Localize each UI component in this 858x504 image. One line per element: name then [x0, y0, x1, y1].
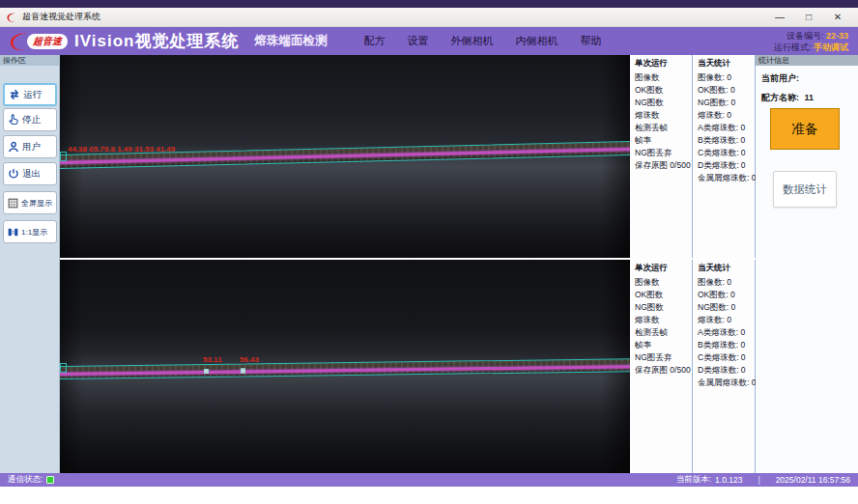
run-mode-value: 手动调试 [814, 42, 848, 52]
device-number-label: 设备编号: [786, 31, 824, 41]
prepare-button[interactable]: 准备 [770, 108, 840, 150]
window-title: 超音速视觉处理系统 [22, 11, 100, 23]
fullscreen-icon [7, 197, 19, 210]
stat-row: 熔珠数 [635, 109, 692, 122]
stat-row: NG图数 [635, 97, 692, 109]
stat-row: 图像数: 0 [698, 71, 755, 84]
brand-name: 超音速 [27, 34, 68, 49]
menu-item-recipe[interactable]: 配方 [363, 34, 385, 48]
main-menu: 配方 设置 外侧相机 内侧相机 帮助 [363, 34, 601, 48]
power-icon [7, 167, 20, 181]
stop-button[interactable]: 停止 [3, 108, 57, 131]
fullscreen-button[interactable]: 全屏显示 [3, 191, 57, 214]
edge-marker [60, 152, 67, 161]
maximize-icon[interactable]: □ [794, 9, 823, 26]
operation-sidebar: 操作区 运行 停止 用户 [0, 55, 60, 473]
close-icon[interactable]: ✕ [823, 9, 852, 26]
status-separator: | [758, 475, 759, 485]
stat-row: 检测丢帧 [635, 122, 692, 134]
stat-row: NG图丢弃 [635, 351, 692, 364]
run-button[interactable]: 运行 [3, 83, 57, 106]
version-label: 当前版本: [676, 474, 711, 486]
menu-item-outer-camera[interactable]: 外侧相机 [450, 34, 493, 48]
one-to-one-icon [7, 226, 19, 238]
stat-row: B类熔珠数: 0 [698, 134, 755, 147]
stat-row: D类熔珠数: 0 [698, 364, 755, 377]
app-header: 超音速 IVision视觉处理系统 熔珠端面检测 配方 设置 外侧相机 内侧相机… [0, 27, 858, 55]
stat-row: 保存原图 0/500 [635, 159, 692, 172]
stat-row: 金属屑熔珠数: 0 [698, 377, 755, 389]
stats-panel-outer: 单次运行 图像数OK图数NG图数熔珠数检测丢帧帧率NG图丢弃保存原图 0/500… [630, 55, 756, 258]
outer-camera-view[interactable]: 44.38 05.79.8 1.49 31.53 41.49 [60, 55, 630, 258]
device-info: 设备编号: 22-33 运行模式: 手动调试 [774, 30, 850, 53]
app-window: 超音速视觉处理系统 — □ ✕ 超音速 IVision视觉处理系统 熔珠端面检测… [0, 0, 858, 504]
info-panel-title: 统计信息 [756, 55, 858, 66]
stat-row: NG图数 [635, 301, 692, 314]
exit-button[interactable]: 退出 [3, 162, 57, 185]
stat-row: 检测丢帧 [635, 326, 692, 339]
single-run-title: 单次运行 [635, 58, 692, 70]
stat-row: 熔珠数: 0 [698, 109, 755, 122]
measurement-annotation: 44.38 05.79.8 1.49 31.53 41.49 [68, 145, 175, 154]
data-statistics-button[interactable]: 数据统计 [773, 171, 837, 208]
user-button-label: 用户 [22, 141, 41, 154]
stop-button-label: 停止 [22, 114, 41, 126]
single-run-column: 单次运行 图像数OK图数NG图数熔珠数检测丢帧帧率NG图丢弃保存原图 0/500 [630, 55, 692, 258]
window-titlebar: 超音速视觉处理系统 — □ ✕ [0, 8, 858, 27]
defect-marker [204, 369, 209, 374]
app-subtitle: 熔珠端面检测 [254, 33, 327, 49]
recipe-name-value: 11 [805, 93, 815, 102]
one-to-one-button[interactable]: 1:1显示 [3, 220, 57, 243]
stat-row: 帧率 [635, 134, 692, 147]
stat-row: 金属屑熔珠数: 0 [698, 172, 755, 184]
datetime-value: 2025/02/11 16:57:56 [776, 475, 850, 485]
current-user-row: 当前用户: [761, 72, 858, 85]
status-bar: 通信状态: 当前版本: 1.0.123 | 2025/02/11 16:57:5… [0, 473, 858, 487]
minimize-icon[interactable]: — [765, 9, 794, 26]
daily-stats-title: 当天统计 [698, 58, 755, 70]
daily-stats-column: 当天统计 图像数: 0OK图数: 0NG图数: 0熔珠数: 0A类熔珠数: 0B… [692, 260, 755, 473]
stat-row: OK图数 [635, 289, 692, 301]
desktop-strip [0, 0, 858, 8]
stat-row: 帧率 [635, 339, 692, 351]
stat-row: 图像数: 0 [698, 276, 755, 289]
stat-row: 图像数 [635, 71, 692, 84]
status-right-group: 当前版本: 1.0.123 | 2025/02/11 16:57:56 [676, 474, 850, 486]
single-run-column: 单次运行 图像数OK图数NG图数熔珠数检测丢帧帧率NG图丢弃保存原图 0/500 [630, 260, 692, 473]
menu-item-inner-camera[interactable]: 内侧相机 [515, 34, 558, 48]
stat-row: OK图数 [635, 84, 692, 97]
sync-icon [8, 88, 21, 101]
current-user-label: 当前用户: [761, 73, 799, 83]
daily-stats-column: 当天统计 图像数: 0OK图数: 0NG图数: 0熔珠数: 0A类熔珠数: 0B… [692, 55, 755, 258]
menu-item-help[interactable]: 帮助 [580, 34, 601, 48]
measurement-label: 56.43 [240, 355, 259, 364]
stats-panel-inner: 单次运行 图像数OK图数NG图数熔珠数检测丢帧帧率NG图丢弃保存原图 0/500… [630, 260, 756, 473]
user-button[interactable]: 用户 [3, 135, 57, 158]
edge-marker [60, 363, 67, 373]
stat-row: C类熔珠数: 0 [698, 351, 755, 364]
app-title: IVision视觉处理系统 [74, 30, 239, 52]
inner-camera-view[interactable]: 53.11 56.43 [60, 260, 630, 473]
fullscreen-button-label: 全屏显示 [21, 198, 52, 209]
recipe-name-row: 配方名称: 11 [761, 92, 858, 104]
stat-row: C类熔珠数: 0 [698, 147, 755, 159]
stat-row: A类熔珠数: 0 [698, 122, 755, 134]
run-button-label: 运行 [23, 89, 42, 101]
comm-status-indicator [46, 476, 54, 484]
user-icon [7, 140, 20, 154]
measurement-label: 53.11 [203, 355, 222, 364]
menu-item-settings[interactable]: 设置 [407, 34, 428, 48]
stat-row: NG图数: 0 [698, 97, 755, 109]
stat-row: OK图数: 0 [698, 84, 755, 97]
stat-row: 保存原图 0/500 [635, 364, 692, 377]
exit-button-label: 退出 [22, 168, 41, 181]
stat-row: OK图数: 0 [698, 289, 755, 301]
comm-status-label: 通信状态: [8, 474, 43, 486]
stat-row: NG图丢弃 [635, 147, 692, 159]
statistics-info-panel: 统计信息 当前用户: 配方名称: 11 准备 数据统计 [756, 55, 858, 473]
sidebar-title: 操作区 [0, 55, 59, 66]
stat-row: 熔珠数: 0 [698, 314, 755, 326]
stat-row: D类熔珠数: 0 [698, 159, 755, 172]
one-to-one-button-label: 1:1显示 [21, 227, 47, 238]
hand-icon [7, 113, 20, 126]
